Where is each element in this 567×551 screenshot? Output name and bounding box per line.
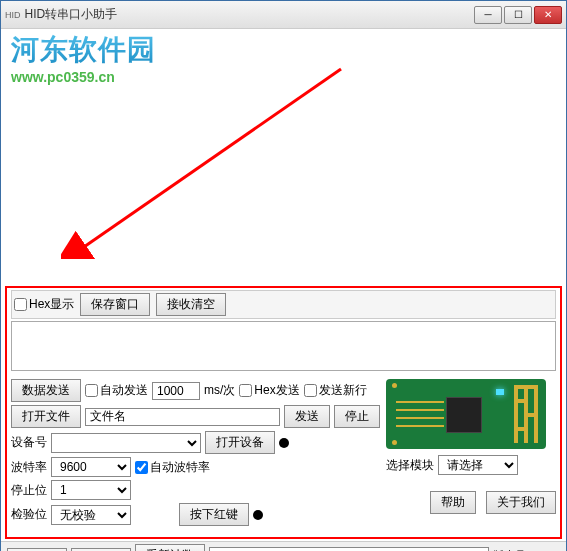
svg-line-0 bbox=[81, 69, 341, 249]
device-status-dot bbox=[279, 438, 289, 448]
auto-send-checkbox[interactable]: 自动发送 bbox=[85, 382, 148, 399]
trace-icon bbox=[396, 409, 444, 411]
auto-send-label: 自动发送 bbox=[100, 382, 148, 399]
window-title: HID转串口小助手 bbox=[25, 6, 475, 23]
receive-area bbox=[1, 29, 566, 284]
open-device-button[interactable]: 打开设备 bbox=[205, 431, 275, 454]
data-send-button[interactable]: 数据发送 bbox=[11, 379, 81, 402]
device-num-select[interactable] bbox=[51, 433, 201, 453]
titlebar: HID HID转串口小助手 ─ ☐ ✕ bbox=[1, 1, 566, 29]
hex-display-input[interactable] bbox=[14, 298, 27, 311]
close-button[interactable]: ✕ bbox=[534, 6, 562, 24]
hex-send-label: Hex发送 bbox=[254, 382, 299, 399]
right-controls: 选择模块 请选择 帮助 关于我们 bbox=[386, 379, 556, 529]
left-controls: 数据发送 自动发送 ms/次 Hex发送 发送新行 bbox=[11, 379, 380, 529]
baud-select[interactable]: 9600 bbox=[51, 457, 131, 477]
recount-button[interactable]: 重新计数 bbox=[135, 544, 205, 551]
baud-label: 波特率 bbox=[11, 459, 47, 476]
parity-select[interactable]: 无校验 bbox=[51, 505, 131, 525]
send-text-area[interactable] bbox=[11, 321, 556, 371]
app-window: HID HID转串口小助手 ─ ☐ ✕ 河东软件园 www.pc0359.cn … bbox=[0, 0, 567, 551]
module-select-row: 选择模块 请选择 bbox=[386, 455, 556, 475]
auto-baud-input[interactable] bbox=[135, 461, 148, 474]
device-num-label: 设备号 bbox=[11, 434, 47, 451]
data-send-row: 数据发送 自动发送 ms/次 Hex发送 发送新行 bbox=[11, 379, 380, 402]
press-red-button[interactable]: 按下红键 bbox=[179, 503, 249, 526]
send-button[interactable]: 发送 bbox=[284, 405, 330, 428]
chip-icon bbox=[446, 397, 482, 433]
hex-send-checkbox[interactable]: Hex发送 bbox=[239, 382, 299, 399]
hole-icon bbox=[392, 440, 397, 445]
send-newline-checkbox[interactable]: 发送新行 bbox=[304, 382, 367, 399]
file-row: 打开文件 发送 停止 bbox=[11, 405, 380, 428]
status-r: R:0 bbox=[7, 548, 67, 552]
parity-label: 检验位 bbox=[11, 506, 47, 523]
trace-icon bbox=[396, 425, 444, 427]
app-icon: HID bbox=[5, 10, 21, 20]
parity-row: 检验位 无校验 按下红键 bbox=[11, 503, 380, 526]
red-key-dot bbox=[253, 510, 263, 520]
stopbit-row: 停止位 1 bbox=[11, 480, 380, 500]
maximize-button[interactable]: ☐ bbox=[504, 6, 532, 24]
status-bar: R:0 S:0 重新计数 版本号：V2.1 bbox=[1, 541, 566, 551]
led-icon bbox=[496, 389, 504, 395]
trace-icon bbox=[396, 417, 444, 419]
module-image bbox=[386, 379, 546, 449]
module-label: 选择模块 bbox=[386, 457, 434, 474]
filename-input[interactable] bbox=[85, 408, 280, 426]
status-url[interactable] bbox=[209, 547, 489, 552]
send-newline-label: 发送新行 bbox=[319, 382, 367, 399]
open-file-button[interactable]: 打开文件 bbox=[11, 405, 81, 428]
send-newline-input[interactable] bbox=[304, 384, 317, 397]
baud-row: 波特率 9600 自动波特率 bbox=[11, 457, 380, 477]
hex-send-input[interactable] bbox=[239, 384, 252, 397]
help-row: 帮助 关于我们 bbox=[386, 491, 556, 514]
stopbit-label: 停止位 bbox=[11, 482, 47, 499]
control-panel: Hex显示 保存窗口 接收清空 数据发送 自动发送 ms/次 He bbox=[5, 286, 562, 539]
about-button[interactable]: 关于我们 bbox=[486, 491, 556, 514]
window-buttons: ─ ☐ ✕ bbox=[474, 6, 562, 24]
auto-baud-checkbox[interactable]: 自动波特率 bbox=[135, 459, 210, 476]
auto-send-input[interactable] bbox=[85, 384, 98, 397]
arrow-annotation bbox=[61, 59, 361, 259]
settings-section: 数据发送 自动发送 ms/次 Hex发送 发送新行 bbox=[11, 379, 556, 529]
module-select[interactable]: 请选择 bbox=[438, 455, 518, 475]
hole-icon bbox=[392, 383, 397, 388]
trace-icon bbox=[396, 401, 444, 403]
hex-display-label: Hex显示 bbox=[29, 296, 74, 313]
antenna-icon bbox=[514, 385, 544, 443]
hex-display-checkbox[interactable]: Hex显示 bbox=[14, 296, 74, 313]
stopbit-select[interactable]: 1 bbox=[51, 480, 131, 500]
minimize-button[interactable]: ─ bbox=[474, 6, 502, 24]
auto-baud-label: 自动波特率 bbox=[150, 459, 210, 476]
interval-input[interactable] bbox=[152, 382, 200, 400]
receive-clear-button[interactable]: 接收清空 bbox=[156, 293, 226, 316]
save-window-button[interactable]: 保存窗口 bbox=[80, 293, 150, 316]
status-s: S:0 bbox=[71, 548, 131, 552]
stop-button[interactable]: 停止 bbox=[334, 405, 380, 428]
help-button[interactable]: 帮助 bbox=[430, 491, 476, 514]
device-row: 设备号 打开设备 bbox=[11, 431, 380, 454]
interval-unit: ms/次 bbox=[204, 382, 235, 399]
receive-toolbar: Hex显示 保存窗口 接收清空 bbox=[11, 290, 556, 319]
